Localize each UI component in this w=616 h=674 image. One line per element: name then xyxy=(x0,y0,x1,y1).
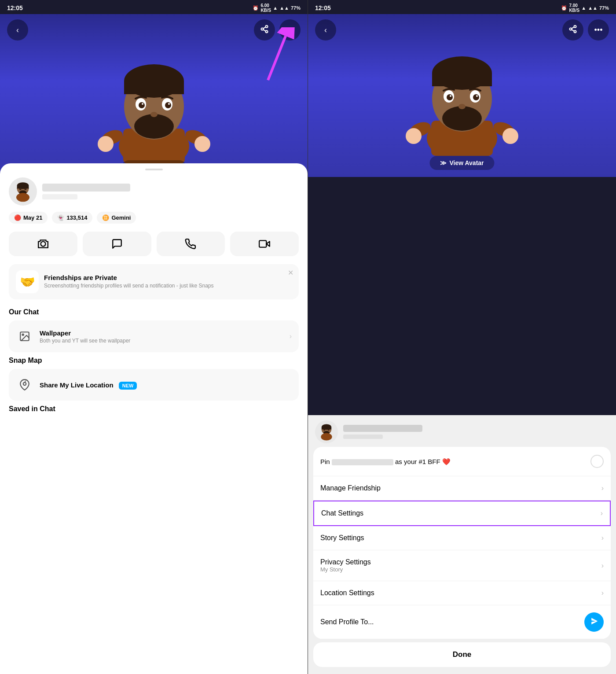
signal-icon-left: ▲▲ xyxy=(279,5,289,11)
view-avatar-btn-right[interactable]: ≫ View Avatar xyxy=(429,156,494,170)
location-icon xyxy=(16,376,33,394)
wallpaper-title: Wallpaper xyxy=(40,329,283,337)
battery-right: 77% xyxy=(599,5,609,11)
signal-icon-right: ▲▲ xyxy=(588,5,598,11)
chat-button[interactable] xyxy=(83,232,151,256)
score-label: 133,514 xyxy=(66,214,87,221)
svg-point-33 xyxy=(16,193,29,202)
manage-friendship-item[interactable]: Manage Friendship › xyxy=(313,476,611,501)
more-button-right[interactable]: ••• xyxy=(588,19,609,41)
svg-point-13 xyxy=(194,136,210,152)
more-icon-right: ••• xyxy=(594,26,603,35)
svg-line-43 xyxy=(572,29,574,31)
wallpaper-icon xyxy=(16,328,33,345)
clock-icon: ⏰ xyxy=(253,5,259,11)
zodiac-icon: ♊ xyxy=(102,214,109,221)
nav-right-right: ••• xyxy=(562,19,609,41)
svg-point-62 xyxy=(458,104,466,109)
svg-line-44 xyxy=(572,27,574,28)
svg-point-68 xyxy=(328,429,330,431)
chat-settings-item[interactable]: Chat Settings › xyxy=(313,501,611,526)
status-bar-right: 12:05 ⏰ 7.00KB/S ▲ ▲▲ 77% xyxy=(308,0,616,14)
data-speed-right: 7.00KB/S xyxy=(569,3,579,13)
svg-point-59 xyxy=(473,94,479,100)
svg-point-58 xyxy=(447,94,453,100)
story-settings-item[interactable]: Story Settings › xyxy=(313,526,611,550)
done-label: Done xyxy=(453,650,472,659)
svg-rect-54 xyxy=(432,73,492,86)
chevron-down-icon-right: ≫ xyxy=(440,159,447,166)
svg-rect-17 xyxy=(124,81,184,94)
avatar-bg-right: ‹ ••• xyxy=(308,14,616,177)
send-icon xyxy=(590,617,598,628)
svg-point-39 xyxy=(23,383,26,386)
new-badge: NEW xyxy=(119,382,137,390)
svg-point-24 xyxy=(168,103,170,105)
svg-point-23 xyxy=(142,103,143,105)
live-location-content: Share My Live Location NEW xyxy=(40,381,292,389)
share-button-right[interactable] xyxy=(562,19,583,41)
wallpaper-subtitle: Both you and YT will see the wallpaper xyxy=(40,338,283,344)
friendship-title: Friendships are Private xyxy=(44,274,292,281)
svg-point-21 xyxy=(139,102,145,108)
time-right: 12:05 xyxy=(315,4,331,11)
svg-rect-65 xyxy=(322,427,331,430)
send-profile-button[interactable] xyxy=(584,612,604,632)
wifi-icon-left: ▲ xyxy=(273,5,278,11)
svg-point-69 xyxy=(321,433,332,441)
location-settings-label: Location Settings xyxy=(320,589,601,597)
view-avatar-label-right: View Avatar xyxy=(449,159,484,166)
back-icon-right: ‹ xyxy=(324,26,327,35)
svg-point-38 xyxy=(22,334,24,335)
back-button-right[interactable]: ‹ xyxy=(315,19,336,41)
profile-avatar-left xyxy=(9,177,37,206)
status-icons-left: ⏰ 6.00KB/S ▲ ▲▲ 77% xyxy=(253,3,301,13)
svg-rect-36 xyxy=(259,240,266,247)
score-badge: 👻 133,514 xyxy=(52,212,92,224)
snap-icon: 👻 xyxy=(57,214,64,221)
done-button[interactable]: Done xyxy=(313,642,611,667)
svg-point-32 xyxy=(24,188,26,190)
zodiac-badge: ♊ Gemini xyxy=(97,212,136,224)
battery-left: 77% xyxy=(291,5,301,11)
privacy-settings-content: Privacy Settings My Story xyxy=(320,558,601,573)
pin-text: Pin as your #1 BFF ❤️ xyxy=(320,457,586,466)
avatar-svg-left xyxy=(88,49,220,164)
close-notice-button[interactable]: ✕ xyxy=(288,269,293,277)
privacy-settings-chevron: › xyxy=(601,562,604,570)
privacy-settings-sub: My Story xyxy=(320,566,601,573)
data-speed-left: 6.00KB/S xyxy=(260,3,271,13)
manage-friendship-chevron: › xyxy=(601,484,604,492)
friendship-subtitle: Screenshotting friendship profiles will … xyxy=(44,283,292,290)
avatar-svg-right xyxy=(396,41,528,156)
back-icon-left: ‹ xyxy=(16,26,19,35)
chat-settings-label: Chat Settings xyxy=(321,509,601,517)
location-settings-item[interactable]: Location Settings › xyxy=(313,581,611,605)
wallpaper-chevron: › xyxy=(290,332,292,340)
svg-marker-70 xyxy=(591,618,598,624)
pin-toggle[interactable] xyxy=(590,455,604,468)
friendship-icon: 🤝 xyxy=(16,270,39,293)
zodiac-label: Gemini xyxy=(111,214,131,221)
story-settings-chevron: › xyxy=(601,534,604,542)
heart-icon: 🔴 xyxy=(14,214,21,221)
wallpaper-item[interactable]: Wallpaper Both you and YT will see the w… xyxy=(9,320,299,352)
send-profile-item[interactable]: Send Profile To... xyxy=(313,605,611,639)
svg-point-49 xyxy=(406,128,422,144)
snap-map-label: Snap Map xyxy=(9,357,299,365)
friendship-notice: 🤝 Friendships are Private Screenshotting… xyxy=(9,264,299,299)
profile-info-left xyxy=(42,184,299,199)
phone-button[interactable] xyxy=(157,232,225,256)
left-phone-panel: 12:05 ⏰ 6.00KB/S ▲ ▲▲ 77% ‹ xyxy=(0,0,308,674)
privacy-settings-item[interactable]: Privacy Settings My Story › xyxy=(313,550,611,581)
action-row-left xyxy=(9,232,299,256)
camera-button[interactable] xyxy=(9,232,77,256)
chat-settings-chevron: › xyxy=(601,509,603,517)
video-button[interactable] xyxy=(230,232,299,256)
live-location-item[interactable]: Share My Live Location NEW xyxy=(9,369,299,401)
wallpaper-content: Wallpaper Both you and YT will see the w… xyxy=(40,329,283,344)
manage-friendship-label: Manage Friendship xyxy=(320,484,601,492)
pin-name-blur xyxy=(332,459,393,465)
back-button-left[interactable]: ‹ xyxy=(7,19,28,41)
date-label: May 21 xyxy=(23,214,42,221)
